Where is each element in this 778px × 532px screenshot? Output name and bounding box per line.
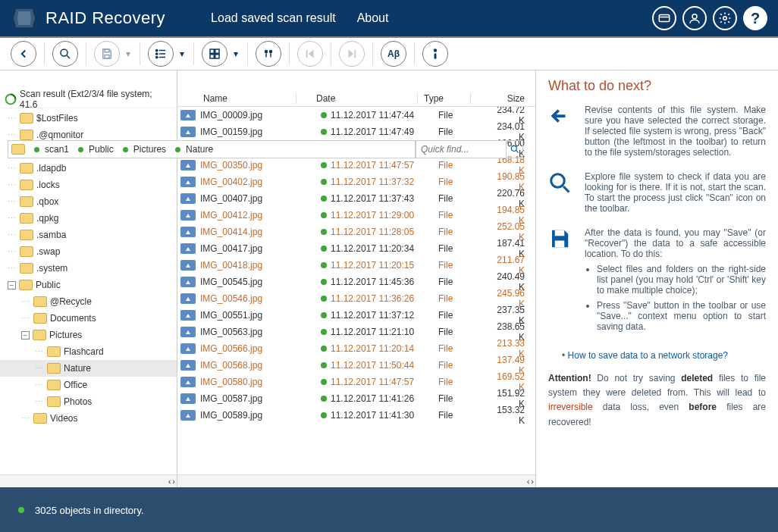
file-row[interactable]: IMG_00563.jpg11.12.2017 11:21:10File238.… <box>177 324 535 340</box>
breadcrumb-item[interactable]: Nature <box>186 144 213 155</box>
folder-icon <box>20 163 33 174</box>
file-row[interactable]: IMG_00414.jpg11.12.2017 11:28:05File252.… <box>177 224 535 240</box>
tree-item-nature[interactable]: ⋯Nature <box>0 360 177 377</box>
file-row[interactable]: IMG_00009.jpg11.12.2017 11:47:44File234.… <box>177 107 535 124</box>
breadcrumb[interactable]: scan1 Public Pictures Nature <box>8 140 416 158</box>
file-row[interactable]: IMG_00545.jpg11.12.2017 11:45:36File240.… <box>177 274 535 290</box>
file-date: 11.12.2017 11:41:26 <box>331 393 438 404</box>
tree-item-public[interactable]: −Public <box>0 277 177 293</box>
list-view-button[interactable] <box>148 41 174 67</box>
find-button[interactable] <box>256 41 281 67</box>
file-scrollbar[interactable]: ‹› <box>177 474 535 487</box>
tree-item-qpkg[interactable]: ⋯.qpkg <box>0 210 177 227</box>
top-menu: Load saved scan result About <box>211 11 388 25</box>
breadcrumb-item[interactable]: Pictures <box>133 144 166 155</box>
file-date: 11.12.2017 11:21:10 <box>331 327 438 337</box>
file-row[interactable]: IMG_00412.jpg11.12.2017 11:29:00File194.… <box>177 207 535 224</box>
case-button[interactable]: Aβ <box>381 41 406 67</box>
menu-about[interactable]: About <box>357 11 389 25</box>
column-type[interactable]: Type <box>417 93 470 104</box>
file-row[interactable]: IMG_00546.jpg11.12.2017 11:36:26File245.… <box>177 290 535 307</box>
help-step2: Explore file system to check if data you… <box>585 171 766 214</box>
file-row[interactable]: IMG_00589.jpg11.12.2017 11:41:30File153.… <box>177 407 535 424</box>
folder-icon <box>20 130 33 140</box>
tree-item-lostfiles[interactable]: ⋯$LostFiles <box>0 110 177 127</box>
column-date[interactable]: Date <box>296 93 417 104</box>
folder-icon <box>33 330 46 340</box>
file-type: File <box>438 293 491 304</box>
card-icon[interactable] <box>652 6 676 30</box>
tree-item-flashcard[interactable]: ⋯Flashcard <box>0 343 177 360</box>
file-date: 11.12.2017 11:47:57 <box>331 160 438 171</box>
save-dropdown[interactable]: ▾ <box>124 41 132 67</box>
tree-label: .ldapdb <box>36 163 66 174</box>
file-row[interactable]: IMG_00580.jpg11.12.2017 11:47:57File169.… <box>177 374 535 390</box>
file-row[interactable]: IMG_00159.jpg11.12.2017 11:47:49File234.… <box>177 124 535 140</box>
gear-icon[interactable] <box>713 6 737 30</box>
file-row[interactable]: IMG_00407.jpg11.12.2017 11:37:43File220.… <box>177 190 535 207</box>
tree-panel: Scan result (Ext2/3/4 file system; 41.6 … <box>0 70 177 487</box>
file-row[interactable]: IMG_00587.jpg11.12.2017 11:41:26File151.… <box>177 390 535 407</box>
scan-result-title[interactable]: Scan result (Ext2/3/4 file system; 41.6 <box>0 90 177 108</box>
folder-icon <box>20 263 33 274</box>
save-button[interactable] <box>94 41 120 67</box>
tree-item-recycle[interactable]: ⋯@Recycle <box>0 293 177 310</box>
user-icon[interactable] <box>682 6 707 30</box>
file-row[interactable]: IMG_00568.jpg11.12.2017 11:50:44File137.… <box>177 357 535 374</box>
column-size[interactable]: Size <box>470 93 535 104</box>
status-dot-icon <box>317 229 331 235</box>
tree-label: Documents <box>50 313 96 324</box>
next-button[interactable] <box>339 41 365 67</box>
quick-find-button[interactable] <box>507 140 523 158</box>
file-size: 153.32 K <box>491 405 535 426</box>
tree-item-samba[interactable]: ⋯.samba <box>0 227 177 243</box>
file-row[interactable]: IMG_00417.jpg11.12.2017 11:20:34File187.… <box>177 240 535 257</box>
file-row[interactable]: IMG_00402.jpg11.12.2017 11:37:32File190.… <box>177 174 535 190</box>
info-button[interactable] <box>422 41 448 67</box>
prev-button[interactable] <box>297 41 323 67</box>
file-row[interactable]: IMG_00350.jpg11.12.2017 11:47:57File168.… <box>177 157 535 174</box>
file-row[interactable]: IMG_00418.jpg11.12.2017 11:20:15File211.… <box>177 257 535 274</box>
tree-item-swap[interactable]: ⋯.swap <box>0 243 177 260</box>
file-list-header: Name Date Type Size <box>177 90 535 107</box>
tree-label: Flashcard <box>64 346 104 357</box>
tree-label: .system <box>36 263 67 274</box>
file-row[interactable]: IMG_00566.jpg11.12.2017 11:20:14File213.… <box>177 340 535 357</box>
folder-icon <box>20 246 33 257</box>
tree-item-videos[interactable]: ⋯Videos <box>0 410 177 427</box>
tree-item-photos[interactable]: ⋯Photos <box>0 393 177 410</box>
tree-item-documents[interactable]: ⋯Documents <box>0 310 177 327</box>
svg-rect-9 <box>105 55 109 59</box>
grid-view-dropdown[interactable]: ▾ <box>232 41 240 67</box>
menu-load[interactable]: Load saved scan result <box>211 11 336 25</box>
breadcrumb-item[interactable]: scan1 <box>45 144 69 155</box>
folder-icon <box>19 280 33 290</box>
quick-find-input[interactable] <box>416 140 507 158</box>
help-icon[interactable]: ? <box>743 6 767 30</box>
breadcrumb-item[interactable]: Public <box>89 144 114 155</box>
image-file-icon <box>180 327 196 337</box>
grid-view-button[interactable] <box>202 41 227 67</box>
image-file-icon <box>180 343 196 354</box>
file-row[interactable]: IMG_00551.jpg11.12.2017 11:37:12File237.… <box>177 307 535 324</box>
folder-icon <box>47 363 61 374</box>
folder-icon <box>33 313 47 324</box>
tree-item-pictures[interactable]: −Pictures <box>0 327 177 343</box>
tree-item-system[interactable]: ⋯.system <box>0 260 177 277</box>
column-name[interactable]: Name <box>177 93 296 104</box>
tree-item-office[interactable]: ⋯Office <box>0 377 177 393</box>
list-view-dropdown[interactable]: ▾ <box>178 41 186 67</box>
file-type: File <box>438 177 491 187</box>
tree-scrollbar[interactable]: ‹› <box>0 474 177 487</box>
tree-item-locks[interactable]: ⋯.locks <box>0 177 177 193</box>
file-type: File <box>438 377 491 387</box>
scan-button[interactable] <box>52 41 78 67</box>
tree-item-qbox[interactable]: ⋯.qbox <box>0 193 177 210</box>
back-button[interactable] <box>11 41 36 67</box>
tree-item-ldapdb[interactable]: ⋯.ldapdb <box>0 160 177 177</box>
scan-help-icon <box>548 171 574 214</box>
help-link[interactable]: How to save data to a network storage? <box>568 350 728 361</box>
folder-icon <box>47 346 61 357</box>
tree-label: .locks <box>36 180 60 190</box>
svg-marker-1 <box>17 11 31 25</box>
